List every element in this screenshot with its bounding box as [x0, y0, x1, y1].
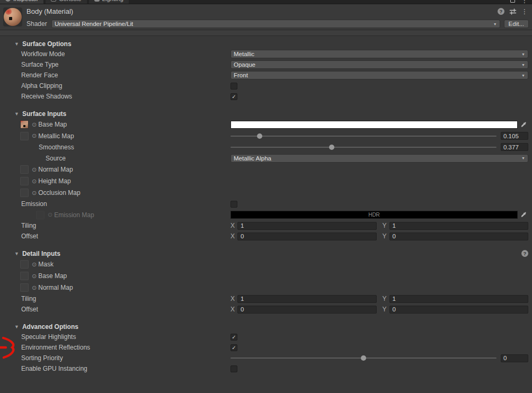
alpha-clipping-checkbox[interactable]: [230, 83, 237, 90]
window-menu-icon[interactable]: ⋮: [521, 0, 528, 3]
object-picker-icon[interactable]: ⊙: [32, 262, 37, 267]
enable-gpu-instancing-checkbox[interactable]: [230, 365, 237, 372]
object-picker-icon[interactable]: ⊙: [32, 122, 37, 128]
base-map-color-swatch[interactable]: [230, 121, 518, 129]
console-icon: [51, 0, 56, 2]
object-picker-icon[interactable]: ⊙: [32, 133, 37, 139]
chevron-down-icon: ▼: [521, 74, 525, 77]
eyedropper-icon[interactable]: [519, 121, 528, 129]
metallic-value-field[interactable]: 0.105: [501, 132, 528, 140]
material-title: Body (Material): [26, 7, 498, 15]
context-menu-icon[interactable]: ⋮: [521, 9, 528, 14]
foldout-triangle-icon[interactable]: ▼: [14, 251, 19, 256]
offset-x-field[interactable]: 0: [237, 233, 376, 240]
offset-row: Offset X 0 Y 0: [0, 231, 532, 242]
detail-tiling-y-field[interactable]: 1: [389, 295, 528, 303]
tiling-x-field[interactable]: 1: [237, 222, 376, 230]
section-surface-inputs: ▼ Surface Inputs ⊙ Base Map ⊙ Metallic M: [0, 109, 532, 242]
detail-mask-label: Mask: [38, 261, 54, 268]
normal-map-label: Normal Map: [38, 166, 73, 173]
detail-base-map-texture-thumbnail[interactable]: [20, 272, 29, 280]
detail-offset-x-field[interactable]: 0: [237, 306, 376, 314]
slider-knob[interactable]: [257, 133, 262, 139]
detail-normal-map-label: Normal Map: [38, 284, 73, 291]
tiling-label: Tiling: [0, 222, 36, 229]
detail-offset-y-field[interactable]: 0: [389, 306, 528, 314]
section-title: Detail Inputs: [22, 250, 60, 257]
section-title: Advanced Options: [22, 323, 78, 331]
chevron-down-icon: ▼: [521, 63, 525, 67]
base-map-texture-thumbnail[interactable]: [20, 120, 29, 129]
tab-console-label: Console: [59, 0, 81, 2]
object-picker-icon[interactable]: ⊙: [32, 273, 37, 279]
environment-reflections-row: Environment Reflections: [0, 342, 532, 353]
advanced-options-header[interactable]: ▼ Advanced Options: [0, 321, 532, 332]
y-axis-label: Y: [383, 222, 387, 229]
sorting-priority-value-field[interactable]: 0: [501, 354, 528, 362]
foldout-triangle-icon[interactable]: ▼: [14, 324, 19, 329]
metallic-slider[interactable]: [230, 132, 496, 140]
surface-type-dropdown[interactable]: Opaque ▼: [230, 60, 528, 69]
emission-hdr-color-swatch[interactable]: HDR: [230, 211, 518, 219]
detail-normal-map-texture-thumbnail[interactable]: [20, 283, 29, 292]
smoothness-row: Smoothness 0.377: [0, 141, 532, 153]
environment-reflections-label: Environment Reflections: [0, 344, 90, 351]
offset-y-field[interactable]: 0: [389, 233, 528, 240]
receive-shadows-checkbox[interactable]: [230, 93, 237, 100]
surface-inputs-header[interactable]: ▼ Surface Inputs: [0, 109, 532, 119]
detail-inputs-header[interactable]: ▼ Detail Inputs ?: [0, 248, 532, 258]
slider-knob[interactable]: [361, 355, 366, 361]
editor-tab-bar: Inspector Console Lighting ⋮: [0, 0, 532, 4]
material-preview-thumbnail[interactable]: [3, 7, 22, 26]
smoothness-value-field[interactable]: 0.377: [501, 143, 528, 151]
surface-options-header[interactable]: ▼ Surface Options: [0, 39, 532, 49]
normal-map-texture-thumbnail[interactable]: [20, 165, 29, 174]
tab-inspector[interactable]: Inspector: [0, 0, 43, 4]
eyedropper-icon[interactable]: [519, 211, 528, 219]
specular-highlights-checkbox[interactable]: [230, 334, 237, 341]
window-layout-icon[interactable]: [510, 0, 515, 3]
workflow-mode-value: Metallic: [234, 51, 254, 57]
object-picker-icon[interactable]: ⊙: [32, 167, 37, 173]
enable-gpu-instancing-row: Enable GPU Instancing: [0, 363, 532, 374]
emission-checkbox[interactable]: [230, 201, 237, 208]
specular-highlights-label: Specular Highlights: [0, 333, 76, 341]
object-picker-icon[interactable]: ⊙: [32, 178, 37, 184]
help-icon[interactable]: ?: [498, 8, 504, 15]
source-dropdown[interactable]: Metallic Alpha ▼: [230, 154, 528, 163]
smoothness-slider[interactable]: [230, 143, 496, 151]
metallic-map-texture-thumbnail[interactable]: [20, 132, 29, 140]
detail-mask-texture-thumbnail[interactable]: [20, 260, 29, 269]
metallic-map-label: Metallic Map: [38, 132, 74, 140]
detail-tiling-x-field[interactable]: 1: [237, 295, 376, 303]
object-picker-icon[interactable]: ⊙: [32, 285, 37, 291]
help-icon[interactable]: ?: [521, 250, 528, 257]
occlusion-map-texture-thumbnail[interactable]: [20, 189, 29, 197]
base-map-label: Base Map: [38, 121, 67, 128]
smoothness-label: Smoothness: [0, 144, 74, 151]
tab-lighting[interactable]: Lighting: [89, 0, 129, 4]
foldout-triangle-icon[interactable]: ▼: [14, 41, 19, 47]
section-detail-inputs: ▼ Detail Inputs ? ⊙ Mask ⊙ Base Map: [0, 248, 532, 315]
slider-knob[interactable]: [329, 145, 334, 150]
render-face-dropdown[interactable]: Front ▼: [230, 71, 528, 79]
workflow-mode-label: Workflow Mode: [0, 50, 65, 58]
hdr-badge: HDR: [368, 212, 380, 218]
shader-edit-button[interactable]: Edit...: [504, 20, 529, 28]
workflow-mode-dropdown[interactable]: Metallic ▼: [230, 50, 528, 58]
lighting-icon: [94, 0, 100, 2]
presets-icon[interactable]: [509, 8, 517, 15]
environment-reflections-checkbox[interactable]: [230, 344, 237, 351]
emission-map-row: ⊙ Emission Map HDR: [0, 209, 532, 220]
tiling-y-field[interactable]: 1: [389, 222, 528, 230]
object-picker-icon[interactable]: ⊙: [32, 190, 37, 196]
height-map-texture-thumbnail[interactable]: [20, 177, 29, 185]
sorting-priority-slider[interactable]: [230, 354, 496, 362]
shader-dropdown[interactable]: Universal Render Pipeline/Lit ▼: [51, 20, 500, 28]
chevron-down-icon: ▼: [521, 156, 525, 160]
emission-map-label: Emission Map: [54, 211, 94, 219]
tab-console[interactable]: Console: [46, 0, 86, 4]
detail-base-map-row: ⊙ Base Map: [0, 270, 532, 282]
enable-gpu-instancing-label: Enable GPU Instancing: [0, 365, 87, 372]
foldout-triangle-icon[interactable]: ▼: [14, 111, 19, 117]
